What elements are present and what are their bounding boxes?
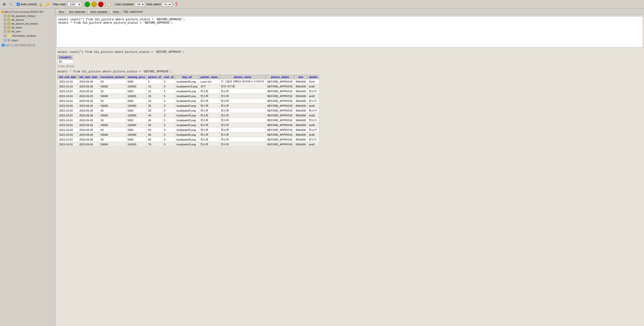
settings-icon[interactable]: ⚙: [2, 2, 7, 7]
table-row: 2023-10-032023-09-2850000100000305local/…: [58, 103, 319, 108]
sep1: [15, 2, 15, 7]
cell-r5-c7: 한소희: [199, 103, 220, 108]
cell-r13-c8: 한소희: [219, 142, 266, 147]
sql-toolbar: Run Run Selected Auto complete Clear SQL…: [56, 9, 644, 15]
cell-r13-c5: 5: [162, 142, 175, 147]
cell-r9-c2: 50000: [99, 123, 126, 127]
cell-r2-c3: 5000: [126, 89, 147, 94]
sidebar-item-label: tbl_payment_history: [12, 15, 35, 17]
cell-r10-c5: 5: [162, 127, 175, 132]
cell-r5-c8: 한소희: [219, 103, 266, 108]
history-icon[interactable]: 📋: [106, 2, 112, 7]
table-row: 60: [58, 60, 73, 64]
cell-r4-c1: 2023-09-28: [78, 98, 99, 103]
run-selected-button[interactable]: Run Selected: [67, 10, 87, 14]
autoselect-select[interactable]: On Off: [162, 2, 172, 7]
cell-r0-c10: 800x600: [294, 79, 308, 84]
expand-icon[interactable]: +: [4, 26, 6, 29]
expand-icon[interactable]: +: [4, 30, 6, 33]
cell-r1-c11: test5: [308, 84, 319, 89]
sidebar-item-user[interactable]: + ▦ tbl_user: [0, 30, 55, 33]
cell-r7-c5: 5: [162, 113, 175, 118]
sidebar-item-label: tbl_user: [12, 30, 21, 33]
cell-r2-c9: BEFORE_APPROVE: [266, 89, 294, 94]
sidebar-item-picture-bid-history[interactable]: + ▦ tbl_picture_bid_history: [0, 22, 55, 26]
cell-r12-c4: 65: [147, 137, 162, 142]
sidebar-item-picture[interactable]: + ▦ tbl_picture: [0, 18, 55, 22]
autoselect-label: Auto select: [146, 3, 161, 6]
cell-r7-c10: 800x600: [294, 113, 308, 118]
cell-r13-c11: test5: [308, 142, 319, 147]
result-query-1: select count(*) from tbl_picture where p…: [58, 51, 642, 54]
result-query-2: select * from tbl_picture where picture_…: [58, 70, 642, 73]
version-text: H2 2.1.214 (2022-06-13): [6, 44, 35, 47]
cell-r3-c10: 800x600: [294, 94, 308, 98]
cell-r1-c10: 800x600: [294, 84, 308, 89]
cell-r11-c5: 5: [162, 132, 175, 137]
cell-r12-c2: 50: [99, 137, 126, 142]
maxrows-select[interactable]: 1000 100 500 10000: [68, 2, 82, 7]
auto-complete-button[interactable]: Auto complete: [88, 10, 110, 14]
connection-label[interactable]: jdbc:h2:mem:picasso;MODE=MY: [0, 10, 55, 14]
cell-r3-c9: BEFORE_APPROVE: [266, 94, 294, 98]
cell-r2-c6: local/paint/5.png: [175, 89, 199, 94]
cell-r9-c5: 5: [162, 123, 175, 127]
rollback-icon[interactable]: 🔑: [45, 2, 50, 7]
expand-icon[interactable]: +: [4, 39, 6, 42]
run-btn-green[interactable]: [85, 2, 90, 7]
cell-r1-c6: local/paint/10.png: [175, 84, 199, 89]
cell-r9-c1: 2023-09-28: [78, 123, 99, 127]
cell-r10-c10: 800x600: [294, 127, 308, 132]
count-table: COUNT(*) 60: [58, 55, 73, 64]
cell-r0-c4: 5: [147, 79, 162, 84]
expand-icon[interactable]: +: [4, 35, 6, 37]
cell-r2-c7: 한소희: [199, 89, 220, 94]
cell-r8-c4: 45: [147, 118, 162, 123]
cell-r11-c9: BEFORE_APPROVE: [266, 132, 294, 137]
sidebar-item-token[interactable]: + ▦ tbl_token: [0, 26, 55, 30]
sep3: [83, 2, 83, 7]
cell-r12-c8: 한소희: [219, 137, 266, 142]
connection-dot: [2, 11, 4, 13]
expand-icon[interactable]: +: [4, 19, 6, 21]
col-header-starting_price: starting_price: [126, 75, 147, 79]
autocommit-checkbox[interactable]: [17, 3, 20, 6]
count-table-wrapper: COUNT(*) 60: [58, 55, 642, 64]
cell-r10-c9: BEFORE_APPROVE: [266, 127, 294, 132]
cell-r11-c0: 2023-10-03: [58, 132, 78, 137]
autocomplete-select[interactable]: Off On: [135, 2, 145, 7]
expand-icon[interactable]: +: [4, 23, 6, 25]
cell-r11-c3: 100000: [126, 132, 147, 137]
expand-icon[interactable]: +: [4, 15, 6, 17]
table-icon: ▦: [7, 26, 10, 29]
col-header-picture_name: picture_name: [219, 75, 266, 79]
sidebar-item-information-schema[interactable]: + 📁 information_schema: [0, 33, 55, 38]
cell-r1-c4: 10: [147, 84, 162, 89]
cell-r8-c10: 800x600: [294, 118, 308, 123]
refresh-icon[interactable]: 🔧: [8, 2, 14, 7]
cell-r13-c10: 800x600: [294, 142, 308, 147]
cell-r7-c1: 2023-09-28: [78, 113, 99, 118]
help-icon[interactable]: ❓: [174, 2, 179, 7]
cell-r9-c8: 한소희: [219, 123, 266, 127]
cell-r6-c6: local/paint/5.png: [175, 108, 199, 113]
cell-r1-c9: BEFORE_APPROVE: [266, 84, 294, 89]
run-btn-yellow[interactable]: [92, 2, 97, 7]
stop-btn-red[interactable]: [98, 2, 104, 7]
cell-r9-c11: test5: [308, 123, 319, 127]
sidebar-item-payment-history[interactable]: + ▦ tbl_payment_history: [0, 14, 55, 18]
clear-button[interactable]: Clear: [111, 10, 121, 14]
sql-statement-label: SQL statement:: [123, 10, 143, 14]
cell-r1-c8: 한조 대기중: [219, 84, 266, 89]
cell-r10-c0: 2023-10-03: [58, 127, 78, 132]
cell-r9-c7: 한소희: [199, 123, 220, 127]
cell-r12-c10: 800x600: [294, 137, 308, 142]
col-header-details: details: [308, 75, 319, 79]
sql-editor[interactable]: select count(*) from tbl_picture where p…: [56, 16, 643, 48]
sidebar-item-users[interactable]: + ⚙ Users: [0, 38, 55, 43]
top-toolbar: ⚙ 🔧 Auto commit 🔒 🔑 Max rows: 1000 100 5…: [0, 0, 644, 9]
cell-r2-c1: 2023-09-28: [78, 89, 99, 94]
run-button[interactable]: Run: [57, 10, 66, 14]
commit-icon[interactable]: 🔒: [38, 2, 44, 7]
cell-r10-c2: 50: [99, 127, 126, 132]
